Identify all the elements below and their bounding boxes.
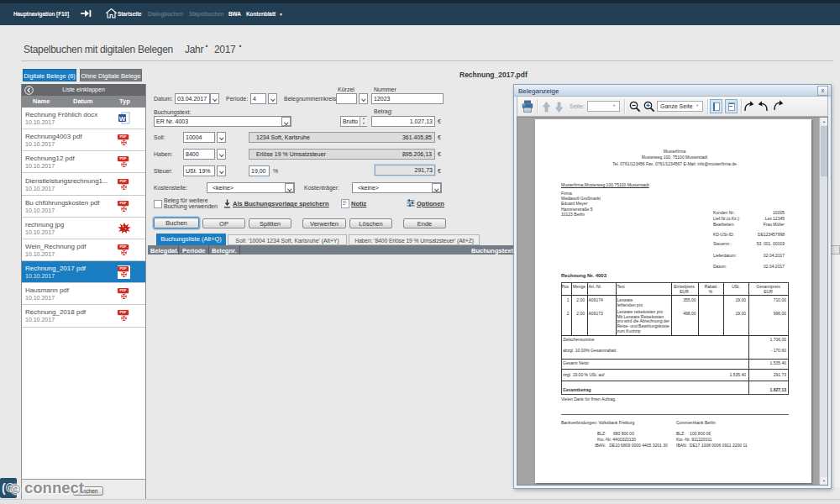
svg-text:W: W [119,115,126,123]
